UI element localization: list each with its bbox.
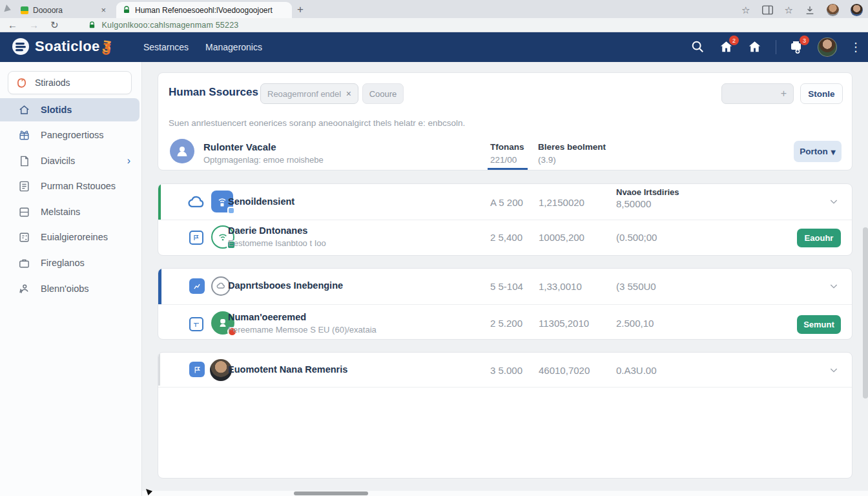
row-col2-value: 11305,2010 bbox=[539, 318, 589, 329]
url-bar[interactable]: Kulgonlkooo:cahlsmagenmam 55223 bbox=[102, 21, 239, 30]
home-icon bbox=[747, 39, 762, 54]
sidebar-item-diavicils[interactable]: Diavicils › bbox=[0, 149, 140, 172]
bookmark-star-icon[interactable]: ☆ bbox=[741, 5, 750, 15]
quantity-input[interactable] bbox=[722, 89, 781, 99]
flag-checkbox-icon[interactable] bbox=[189, 231, 203, 245]
row-col2-value: 10005,200 bbox=[539, 232, 584, 243]
back-icon[interactable]: ← bbox=[8, 20, 17, 30]
row-col3-label: Nvaoe Irtsdiries bbox=[616, 187, 679, 197]
browser-avatar[interactable] bbox=[827, 4, 839, 16]
page-header-card: Human Ssources Reoagemronf endel × Coour… bbox=[158, 72, 852, 170]
semunt-button[interactable]: Semunt bbox=[797, 315, 841, 334]
row-title[interactable]: Euomotent Nana Remenris bbox=[228, 364, 347, 375]
nav-item-sestarnces[interactable]: Sestarnces bbox=[143, 42, 189, 52]
nav-item-manageronics[interactable]: Manageronics bbox=[205, 42, 262, 52]
chevron-down-icon[interactable] bbox=[829, 365, 839, 375]
reload-icon[interactable]: ↻ bbox=[50, 20, 59, 30]
browser-tab-1[interactable]: Doooora × bbox=[14, 2, 112, 18]
sidebar-item-label: Melstains bbox=[41, 207, 80, 217]
chip-close-icon[interactable]: × bbox=[346, 88, 351, 99]
row-title[interactable]: Senoildensient bbox=[228, 196, 294, 207]
new-tab-button[interactable]: + bbox=[297, 3, 304, 16]
user-avatar[interactable] bbox=[818, 37, 837, 57]
chevron-down-icon[interactable] bbox=[829, 281, 839, 291]
row-title[interactable]: Daerie Dntonanes bbox=[228, 225, 307, 236]
blue-status-stripe bbox=[158, 269, 161, 304]
caret-down-icon: ▾ bbox=[831, 147, 836, 157]
horizontal-scrollbar-thumb[interactable] bbox=[294, 491, 368, 495]
group-card-3: Euomotent Nana Remenris 3 5.000 46010,70… bbox=[158, 352, 852, 479]
row-title[interactable]: Dapnrtsbooes Inebengine bbox=[228, 280, 343, 291]
alert-badge: 2 bbox=[729, 36, 739, 45]
url-lock-icon bbox=[88, 21, 96, 29]
row-col3-value: 2.500,10 bbox=[616, 318, 654, 329]
sidebar-item-label: Euialgieroreines bbox=[41, 232, 108, 242]
chevron-down-icon[interactable] bbox=[829, 196, 839, 207]
stonle-button[interactable]: Stonle bbox=[800, 83, 843, 104]
sidebar-item-slotids[interactable]: Slotids bbox=[0, 98, 140, 121]
sidebar-item-panegroertioss[interactable]: Panegroertioss bbox=[0, 123, 140, 147]
download-icon[interactable] bbox=[805, 5, 815, 16]
sidebar-item-label: Panegroertioss bbox=[41, 130, 104, 140]
apps-button[interactable]: 3 bbox=[789, 39, 805, 55]
filter-chip-label: Reoagemronf endel bbox=[267, 89, 341, 99]
row-title[interactable]: Numan'oeeremed bbox=[228, 312, 306, 322]
profile-avatar bbox=[170, 139, 194, 163]
profile-name: Rulonter Vacale bbox=[203, 141, 276, 152]
tab1-close-icon[interactable]: × bbox=[101, 5, 106, 15]
file-text-icon bbox=[18, 180, 30, 192]
logo-swoosh-icon: ʒ bbox=[101, 37, 112, 56]
stat-tfonans-label[interactable]: Tfonans bbox=[490, 142, 524, 152]
eaouhr-button[interactable]: Eaouhr bbox=[797, 229, 841, 247]
logo-icon bbox=[12, 37, 30, 56]
horizontal-scrollbar-track[interactable] bbox=[142, 491, 868, 496]
sidebar-item-fireglanos[interactable]: Fireglanos bbox=[0, 251, 140, 274]
browser-tab-2[interactable]: Human Refenoesoeohl:lVoedoogoojoert bbox=[116, 2, 292, 18]
sidebar-app-selector[interactable]: Stiraiods bbox=[8, 71, 132, 94]
tab1-title: Doooora bbox=[33, 6, 96, 15]
page-description: Suen anrlestuencert eonerices soranp ane… bbox=[169, 118, 465, 128]
row-col2-value: 46010,7020 bbox=[539, 365, 590, 376]
vertical-scrollbar-thumb[interactable] bbox=[863, 227, 868, 398]
sidebar-item-euialgieroreines[interactable]: Euialgieroreines bbox=[0, 225, 140, 249]
sidebar-item-label: Diavicils bbox=[41, 156, 75, 166]
home-icon bbox=[18, 104, 30, 116]
active-stat-underline bbox=[488, 168, 528, 170]
flag-tile-icon bbox=[189, 362, 205, 377]
window-icon bbox=[4, 5, 12, 14]
sidebar-item-blennoiobs[interactable]: Blenn'oiobs bbox=[0, 277, 140, 300]
app-logo[interactable]: Soaticloeʒ bbox=[12, 37, 110, 56]
star-icon[interactable]: ☆ bbox=[785, 5, 793, 15]
quantity-box[interactable]: + bbox=[721, 83, 794, 104]
tab1-favicon-icon bbox=[21, 6, 28, 14]
logo-text: Soaticloe bbox=[35, 38, 100, 55]
package-icon bbox=[18, 129, 30, 141]
row-col1-value: 5 5-104 bbox=[490, 281, 523, 292]
grid-checkbox-icon[interactable] bbox=[189, 317, 203, 331]
forward-icon[interactable]: → bbox=[29, 20, 39, 30]
cloud-icon bbox=[188, 194, 205, 209]
archive-icon bbox=[18, 231, 30, 243]
group-card-1: Senoildensient A 5 200 1,2150020 Nvaoe I… bbox=[158, 183, 852, 256]
stat-bleres-label[interactable]: Bleres beolment bbox=[538, 142, 606, 152]
group-card-2: Dapnrtsbooes Inebengine 5 5-104 1,33,001… bbox=[158, 268, 852, 340]
browser-profile-avatar[interactable] bbox=[851, 4, 863, 16]
app-selector-label: Stiraiods bbox=[35, 78, 70, 88]
alerts-button[interactable]: 2 bbox=[719, 39, 734, 55]
porton-dropdown-button[interactable]: Porton ▾ bbox=[794, 141, 842, 162]
search-button[interactable] bbox=[690, 39, 706, 55]
row-divider bbox=[158, 220, 852, 220]
home-button[interactable] bbox=[747, 39, 763, 55]
sidebar-item-purman-rstouoes[interactable]: Purman Rstouoes bbox=[0, 174, 140, 198]
filter-chip[interactable]: Reoagemronf endel × bbox=[260, 83, 358, 104]
sidebar-item-label: Purman Rstouoes bbox=[41, 181, 116, 191]
cooure-button[interactable]: Cooure bbox=[362, 83, 404, 104]
overflow-menu-icon[interactable]: ⋮ bbox=[850, 41, 862, 53]
row-col3-value: 0.A3U.00 bbox=[616, 365, 657, 376]
side-panel-icon[interactable] bbox=[762, 5, 773, 15]
person-icon bbox=[174, 143, 190, 159]
row-col1-value: 2 5,400 bbox=[490, 232, 522, 243]
plus-icon[interactable]: + bbox=[781, 88, 793, 99]
page-title: Human Ssources bbox=[169, 86, 258, 99]
sidebar-item-melstains[interactable]: Melstains bbox=[0, 200, 140, 223]
